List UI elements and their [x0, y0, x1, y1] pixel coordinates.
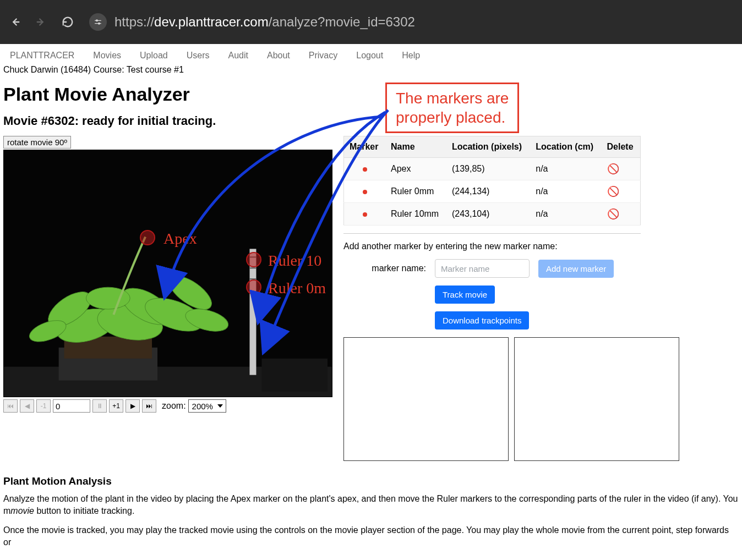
page-subtitle: Movie #6302: ready for initial tracing. [3, 114, 739, 128]
marker-ruler0-dot[interactable] [246, 279, 261, 295]
add-marker-button[interactable]: Add new marker [538, 260, 614, 278]
nav-planttracer[interactable]: PLANTTRACER [10, 51, 74, 61]
table-row: Ruler 10mm (243,104) n/a 🚫 [344, 203, 641, 226]
plant-scene-svg [4, 150, 332, 397]
annotation-callout: The markers are properly placed. [385, 83, 519, 133]
table-row: Ruler 0mm (244,134) n/a 🚫 [344, 180, 641, 203]
nav-audit[interactable]: Audit [228, 51, 248, 61]
reload-icon[interactable] [59, 14, 76, 30]
marker-dot-icon [363, 190, 367, 194]
url-text: https://dev.planttracer.com/analyze?movi… [114, 14, 415, 30]
marker-ruler10-dot[interactable] [246, 252, 261, 267]
pause-button[interactable]: ⏸ [92, 399, 107, 413]
marker-name-label: marker name: [343, 263, 426, 273]
marker-dot-icon [363, 212, 367, 217]
th-name: Name [385, 136, 446, 158]
table-row: Apex (139,85) n/a 🚫 [344, 158, 641, 180]
top-nav: PLANTTRACER Movies Upload Users Audit Ab… [0, 44, 742, 64]
browser-chrome: https://dev.planttracer.com/analyze?movi… [0, 0, 742, 44]
page-title: Plant Movie Analyzer [3, 84, 739, 105]
marker-ruler0-label: Ruler 0m [268, 279, 326, 297]
delete-icon[interactable]: 🚫 [607, 208, 619, 219]
back-icon[interactable] [7, 14, 23, 30]
thumbnail-box-1 [343, 337, 509, 461]
svg-point-4 [96, 20, 98, 21]
svg-rect-23 [261, 359, 328, 392]
divider [343, 233, 641, 234]
nav-users[interactable]: Users [187, 51, 210, 61]
marker-apex-dot[interactable] [140, 230, 155, 245]
th-loc-px: Location (pixels) [446, 136, 530, 158]
marker-table: Marker Name Location (pixels) Location (… [343, 136, 641, 226]
marker-name-input[interactable] [435, 259, 530, 278]
fast-forward-end-button[interactable]: ⏭ [142, 399, 156, 413]
frame-input[interactable] [53, 399, 90, 413]
nav-movies[interactable]: Movies [93, 51, 121, 61]
plus1-button[interactable]: +1 [109, 399, 123, 413]
forward-icon[interactable] [33, 14, 50, 30]
analysis-heading: Plant Motion Analysis [3, 475, 739, 487]
site-settings-icon[interactable] [89, 13, 107, 31]
nav-logout[interactable]: Logout [356, 51, 383, 61]
marker-ruler10-label: Ruler 10 [268, 252, 321, 270]
url-bar[interactable]: https://dev.planttracer.com/analyze?movi… [89, 13, 415, 31]
breadcrumb: Chuck Darwin (16484) Course: Test course… [0, 64, 742, 78]
rewind-start-button[interactable]: ⏮ [3, 399, 18, 413]
track-movie-button[interactable]: Track movie [435, 286, 495, 304]
download-trackpoints-button[interactable]: Download trackpoints [435, 311, 529, 330]
nav-about[interactable]: About [267, 51, 290, 61]
nav-upload[interactable]: Upload [140, 51, 168, 61]
analysis-para-2: Once the movie is tracked, you may play … [3, 524, 739, 549]
zoom-label: zoom: [162, 401, 186, 411]
th-delete: Delete [602, 136, 641, 158]
zoom-select[interactable]: 200% [188, 399, 226, 413]
rotate-button[interactable]: rotate movie 90º [3, 136, 71, 149]
nav-help[interactable]: Help [402, 51, 420, 61]
video-frame[interactable]: Apex Ruler 10 Ruler 0m [3, 150, 332, 397]
th-marker: Marker [344, 136, 386, 158]
player-controls: ⏮ ◀ -1 ⏸ +1 ▶ ⏭ zoom: 200% [3, 399, 334, 413]
add-marker-prompt: Add another marker by entering the new m… [343, 241, 739, 251]
marker-dot-icon [363, 167, 367, 172]
analysis-para-1: Analyze the motion of the plant in the v… [3, 493, 739, 518]
play-button[interactable]: ▶ [126, 399, 140, 413]
marker-apex-label: Apex [163, 230, 197, 248]
thumbnail-box-2 [514, 337, 679, 461]
delete-icon[interactable]: 🚫 [607, 186, 619, 197]
svg-point-5 [99, 23, 100, 24]
minus1-button[interactable]: -1 [36, 399, 51, 413]
delete-icon[interactable]: 🚫 [607, 163, 619, 174]
th-loc-cm: Location (cm) [530, 136, 601, 158]
nav-privacy[interactable]: Privacy [309, 51, 337, 61]
step-back-button[interactable]: ◀ [20, 399, 34, 413]
